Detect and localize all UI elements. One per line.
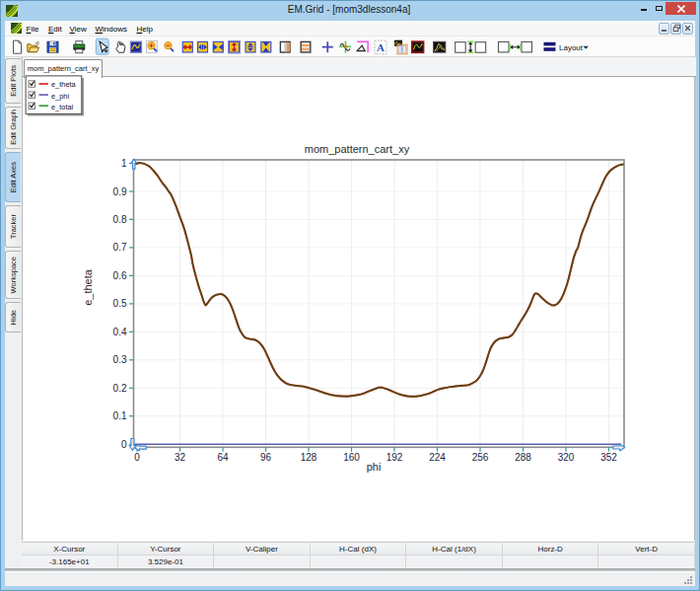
svg-text:128: 128 (301, 452, 317, 463)
svg-text:32: 32 (175, 452, 186, 463)
svg-text:0.2: 0.2 (113, 383, 127, 394)
svg-text:1: 1 (121, 158, 127, 169)
svg-text:0.9: 0.9 (113, 186, 127, 197)
svg-text:160: 160 (343, 452, 360, 463)
svg-text:256: 256 (472, 452, 489, 463)
svg-text:phi: phi (367, 461, 382, 473)
svg-text:e_theta: e_theta (51, 80, 77, 89)
svg-text:0.5: 0.5 (113, 298, 127, 309)
svg-text:0.1: 0.1 (113, 410, 127, 421)
svg-text:352: 352 (600, 452, 617, 463)
svg-text:96: 96 (260, 452, 272, 463)
svg-text:0.4: 0.4 (113, 327, 127, 337)
svg-text:0.3: 0.3 (113, 354, 127, 365)
svg-text:0: 0 (134, 452, 140, 463)
svg-text:e_theta: e_theta (82, 268, 94, 306)
svg-text:64: 64 (217, 452, 229, 463)
svg-text:320: 320 (558, 452, 575, 463)
svg-text:0.8: 0.8 (113, 214, 127, 225)
svg-text:224: 224 (429, 452, 446, 463)
svg-text:e_phi: e_phi (51, 92, 69, 101)
svg-text:mom_pattern_cart_xy: mom_pattern_cart_xy (305, 143, 410, 155)
svg-text:A: A (377, 41, 385, 53)
svg-text:192: 192 (386, 452, 403, 463)
svg-text:0.6: 0.6 (113, 270, 127, 281)
svg-text:Layout: Layout (559, 43, 584, 52)
svg-text:288: 288 (515, 452, 531, 463)
svg-text:0: 0 (121, 439, 127, 450)
svg-text:e_total: e_total (51, 103, 74, 111)
svg-text:0.7: 0.7 (113, 242, 127, 253)
